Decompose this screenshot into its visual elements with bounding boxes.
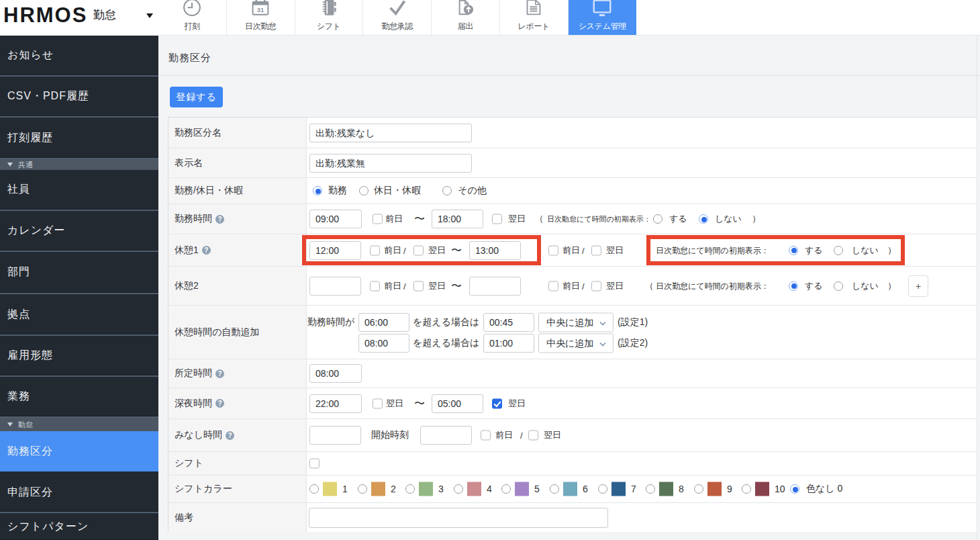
svg-text:31: 31	[257, 6, 264, 13]
